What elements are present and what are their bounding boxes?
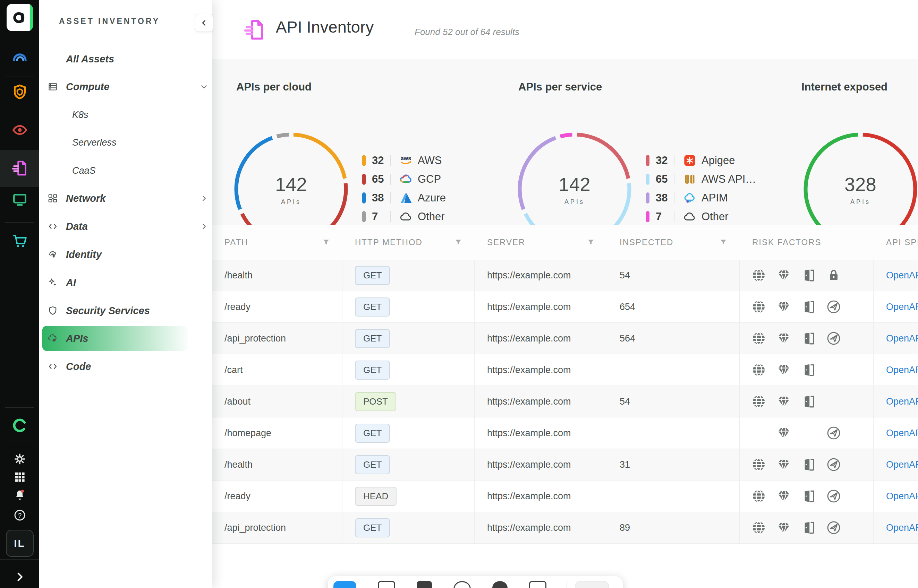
- sidebar-item-k8s[interactable]: K8s: [39, 101, 212, 129]
- shield-icon: [47, 305, 58, 316]
- sidebar-item-caas[interactable]: CaaS: [39, 157, 212, 184]
- risk-open-door-icon: [801, 331, 816, 346]
- rail-item-eye-icon[interactable]: [0, 121, 39, 139]
- risk-internet-exposed-icon: [751, 488, 766, 504]
- api-spec-link[interactable]: OpenAPI: [886, 459, 918, 470]
- rail-item-shield-orange-icon[interactable]: [0, 83, 39, 100]
- rail-item-gauge-icon[interactable]: [0, 48, 39, 66]
- main-content: API Inventory Found 52 out of 64 results…: [212, 0, 918, 588]
- rail-item-api-document-icon-active[interactable]: [0, 160, 39, 177]
- sidebar-collapse-button[interactable]: [195, 14, 213, 32]
- sidebar-item-serverless[interactable]: Serverless: [39, 129, 212, 157]
- cell-risk-factors: [740, 417, 874, 449]
- legend-label: Azure: [418, 192, 446, 204]
- legend-value: 38: [372, 192, 390, 204]
- risk-internet-exposed-icon: [751, 362, 766, 378]
- legend-color-pill: [362, 192, 366, 204]
- chevron-right-icon[interactable]: [199, 194, 209, 203]
- sidebar-item-code[interactable]: Code: [39, 352, 212, 380]
- api-spec-link[interactable]: OpenAPI: [886, 302, 918, 312]
- api-spec-link[interactable]: OpenAPI: [886, 491, 918, 502]
- rail-item-bell-icon[interactable]: [0, 488, 39, 502]
- sidebar-item-compute[interactable]: Compute: [39, 73, 212, 100]
- table-row[interactable]: /homepage GET https://example.com OpenAP…: [212, 417, 918, 449]
- rail-item-apps-grid-icon[interactable]: [0, 470, 39, 484]
- toolbar-secondary-button[interactable]: [575, 581, 609, 588]
- sidebar-item-ai[interactable]: AI: [39, 269, 212, 296]
- toolbar-primary-button[interactable]: [334, 581, 356, 588]
- table-row[interactable]: /cart GET https://example.com OpenAPI: [212, 354, 918, 386]
- cell-path: /cart: [212, 354, 342, 386]
- api-spec-link[interactable]: OpenAPI: [886, 333, 918, 344]
- table-row[interactable]: /health GET https://example.com 54 OpenA…: [212, 260, 918, 291]
- sidebar-item-network[interactable]: Network: [39, 184, 212, 212]
- column-header-risk[interactable]: RISK FACTORS: [740, 225, 874, 260]
- legend-item: 32 aws AWS: [362, 151, 446, 170]
- cell-risk-factors: [740, 260, 874, 291]
- rail-expand-button[interactable]: [0, 571, 39, 583]
- api-spec-link[interactable]: OpenAPI: [886, 428, 918, 439]
- filter-funnel-icon[interactable]: [322, 238, 330, 247]
- svg-text:aws: aws: [401, 155, 411, 161]
- risk-open-door-icon: [801, 394, 816, 409]
- column-header-inspected[interactable]: INSPECTED: [607, 225, 740, 260]
- toolbar-icon-1[interactable]: [378, 581, 395, 588]
- sidebar-item-security-services[interactable]: Security Services: [39, 297, 212, 325]
- table-row[interactable]: /health GET https://example.com 31 OpenA…: [212, 449, 918, 481]
- api-spec-link[interactable]: OpenAPI: [886, 522, 918, 533]
- toolbar-icon-3[interactable]: [453, 581, 471, 588]
- chevron-right-icon[interactable]: [199, 222, 209, 231]
- sidebar-item-data[interactable]: Data: [39, 213, 212, 240]
- legend-divider: [674, 155, 674, 166]
- table-row[interactable]: /api_protection GET https://example.com …: [212, 323, 918, 354]
- filter-funnel-icon[interactable]: [586, 238, 595, 247]
- rail-item-loop-icon[interactable]: [0, 417, 39, 434]
- rail-item-monitor-icon[interactable]: [0, 191, 39, 208]
- cell-api-spec: OpenAPI: [874, 323, 918, 354]
- cell-server: https://example.com: [474, 417, 607, 449]
- legend-value: 7: [372, 210, 390, 223]
- cell-server: https://example.com: [474, 386, 607, 417]
- table-row[interactable]: /ready HEAD https://example.com OpenAPI: [212, 481, 918, 512]
- chevron-down-icon[interactable]: [199, 82, 209, 91]
- risk-gem-icon: [776, 331, 792, 346]
- legend-color-pill: [362, 211, 366, 222]
- legend-divider: [390, 155, 391, 166]
- rail-item-help-icon[interactable]: ?: [0, 509, 39, 522]
- column-header-method[interactable]: HTTP METHOD: [342, 225, 474, 260]
- column-header-spec[interactable]: API SPEC: [874, 225, 918, 260]
- orca-logo-icon[interactable]: [6, 4, 33, 31]
- api-spec-link[interactable]: OpenAPI: [886, 396, 918, 407]
- api-spec-link[interactable]: OpenAPI: [886, 365, 918, 375]
- sidebar-item-identity[interactable]: Identity: [39, 241, 212, 268]
- aws-icon: aws: [399, 153, 413, 168]
- legend-divider: [390, 211, 391, 222]
- rail-item-gear-icon[interactable]: [0, 452, 39, 465]
- cell-method: GET: [342, 260, 474, 291]
- filter-funnel-icon[interactable]: [454, 238, 463, 247]
- cell-api-spec: OpenAPI: [874, 449, 918, 480]
- user-avatar[interactable]: IL: [0, 530, 39, 557]
- app-rail: ?IL: [0, 0, 39, 588]
- toolbar-icon-2[interactable]: [417, 581, 432, 588]
- sidebar-item-all-assets[interactable]: All Assets: [39, 45, 212, 73]
- legend-value: 7: [656, 210, 674, 223]
- api-spec-link[interactable]: OpenAPI: [886, 270, 918, 281]
- toolbar-icon-4[interactable]: [492, 581, 508, 588]
- screen: ?IL ASSET INVENTORY All AssetsComputeK8s…: [0, 0, 918, 588]
- rail-item-cart-icon[interactable]: [0, 232, 39, 250]
- sidebar-item-apis[interactable]: APIs: [39, 325, 212, 352]
- column-header-server[interactable]: SERVER: [474, 225, 607, 260]
- chart-legend: 32 aws AWS 65 GCP 38 Azure 7 Other: [362, 151, 446, 226]
- cell-method: POST: [342, 386, 474, 417]
- column-header-path[interactable]: PATH: [212, 225, 342, 260]
- table-row[interactable]: /about POST https://example.com 54 OpenA…: [212, 386, 918, 417]
- filter-funnel-icon[interactable]: [719, 238, 728, 247]
- legend-label: Other: [701, 210, 729, 223]
- cell-server: https://example.com: [474, 260, 607, 291]
- cell-path: /api_protection: [212, 512, 342, 543]
- toolbar-icon-5[interactable]: [529, 581, 546, 588]
- table-row[interactable]: /api_protection GET https://example.com …: [212, 512, 918, 544]
- table-row[interactable]: /ready GET https://example.com 654 OpenA…: [212, 291, 918, 323]
- cell-method: GET: [342, 323, 474, 354]
